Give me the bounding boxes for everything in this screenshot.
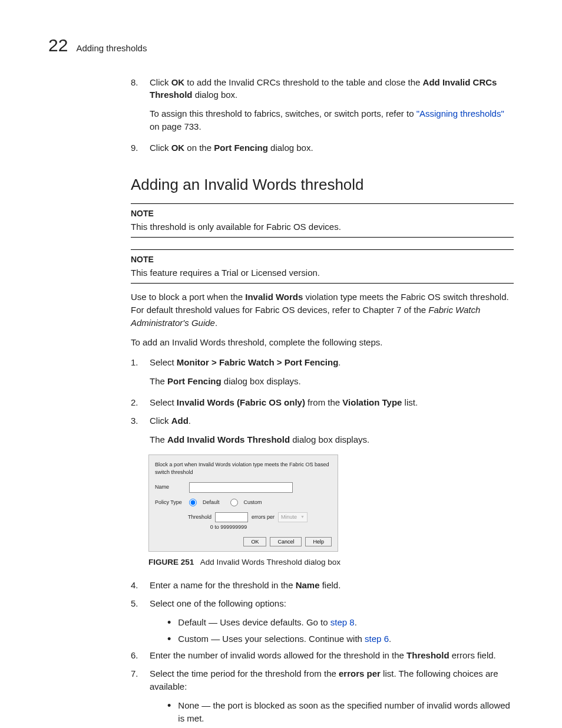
chevron-down-icon: ▼ (300, 514, 305, 520)
dialog-buttons: OK Cancel Help (155, 537, 332, 546)
select-value: Minute (281, 513, 297, 521)
step-5: 5. Select one of the following options: (131, 597, 514, 610)
bullet-icon: • (167, 634, 171, 645)
main-content: 8. Click OK to add the Invalid CRCs thre… (131, 76, 514, 729)
step-8: 8. Click OK to add the Invalid CRCs thre… (131, 76, 514, 102)
divider (131, 237, 514, 238)
step-number: 1. (131, 356, 144, 369)
bullet-none: • None — the port is blocked as soon as … (167, 699, 514, 725)
divider (131, 203, 514, 204)
section-heading: Adding an Invalid Words threshold (131, 174, 514, 196)
step-text: Select the time period for the threshold… (150, 667, 514, 693)
divider (131, 283, 514, 284)
step-1-subtext: The Port Fencing dialog box displays. (150, 375, 514, 388)
policy-type-label: Policy Type (155, 499, 184, 506)
step-8-link[interactable]: step 8 (330, 617, 355, 627)
step-3: 3. Click Add. (131, 414, 514, 427)
step-number: 6. (131, 649, 144, 662)
bullet-default: • Default — Uses device defaults. Go to … (167, 616, 514, 629)
policy-default-radio[interactable] (189, 499, 197, 506)
intro-paragraph-2: To add an Invalid Words threshold, compl… (131, 336, 514, 349)
step-1: 1. Select Monitor > Fabric Watch > Port … (131, 356, 514, 369)
bullet-icon: • (167, 700, 171, 725)
step-number: 8. (131, 76, 144, 102)
note-text: This feature requires a Trial or License… (131, 266, 514, 279)
default-option: Default (203, 499, 220, 506)
chapter-title: Adding thresholds (76, 42, 147, 55)
intro-paragraph: Use to block a port when the Invalid Wor… (131, 291, 514, 329)
figure-caption: FIGURE 251 Add Invalid Words Threshold d… (148, 556, 514, 568)
step-4: 4. Enter a name for the threshold in the… (131, 579, 514, 592)
bullet-custom: • Custom — Uses your selections. Continu… (167, 633, 514, 645)
cancel-button[interactable]: Cancel (270, 537, 302, 546)
step-3-subtext: The Add Invalid Words Threshold dialog b… (150, 433, 514, 446)
divider (131, 249, 514, 250)
policy-custom-radio[interactable] (230, 499, 238, 506)
step-text: Select Monitor > Fabric Watch > Port Fen… (150, 356, 341, 369)
step-text: Enter a name for the threshold in the Na… (150, 579, 340, 592)
bullet-text: None — the port is blocked as soon as th… (178, 699, 514, 725)
errors-per-select[interactable]: Minute ▼ (278, 512, 308, 522)
bullet-text: Default — Uses device defaults. Go to st… (178, 616, 357, 629)
errors-per-label: errors per (252, 513, 275, 521)
step-number: 9. (131, 141, 144, 154)
threshold-field[interactable] (215, 512, 248, 522)
step-number: 2. (131, 396, 144, 409)
assigning-thresholds-link[interactable]: "Assigning thresholds" (416, 108, 504, 118)
step-number: 4. (131, 579, 144, 592)
name-field[interactable] (189, 482, 293, 493)
name-label: Name (155, 483, 184, 491)
step-text: Select Invalid Words (Fabric OS only) fr… (150, 396, 418, 409)
step-9: 9. Click OK on the Port Fencing dialog b… (131, 141, 514, 154)
dialog-description: Block a port when Invalid Words violatio… (155, 461, 332, 476)
page-header: 22 Adding thresholds (48, 32, 514, 58)
help-button[interactable]: Help (305, 537, 332, 546)
bullet-icon: • (167, 617, 171, 629)
note-text: This threshold is only available for Fab… (131, 220, 514, 233)
step-text: Click OK to add the Invalid CRCs thresho… (150, 76, 514, 102)
threshold-label: Threshold (188, 513, 211, 521)
step-text: Click OK on the Port Fencing dialog box. (150, 141, 313, 154)
step-6: 6. Enter the number of invalid words all… (131, 649, 514, 662)
figure-text: Add Invalid Words Threshold dialog box (200, 558, 340, 566)
range-hint: 0 to 999999999 (202, 523, 255, 531)
step-text: Select one of the following options: (150, 597, 286, 610)
chapter-number: 22 (48, 32, 68, 58)
note-label: NOTE (131, 207, 514, 219)
step-number: 5. (131, 597, 144, 610)
threshold-row: Threshold errors per Minute ▼ (188, 512, 332, 522)
step-text: Click Add. (150, 414, 191, 427)
figure-label: FIGURE 251 (148, 558, 194, 566)
step-8-subtext: To assign this threshold to fabrics, swi… (150, 107, 514, 133)
step-text: Enter the number of invalid words allowe… (150, 649, 496, 662)
step-2: 2. Select Invalid Words (Fabric OS only)… (131, 396, 514, 409)
step-number: 3. (131, 414, 144, 427)
ok-button[interactable]: OK (243, 537, 266, 546)
step-6-link[interactable]: step 6 (365, 634, 389, 644)
add-invalid-words-threshold-dialog: Block a port when Invalid Words violatio… (148, 454, 338, 552)
name-row: Name (155, 482, 332, 493)
bullet-text: Custom — Uses your selections. Continue … (178, 633, 391, 645)
custom-option: Custom (244, 499, 262, 506)
step-number: 7. (131, 667, 144, 693)
policy-type-row: Policy Type Default Custom (155, 499, 332, 506)
note-label: NOTE (131, 253, 514, 265)
step-7: 7. Select the time period for the thresh… (131, 667, 514, 693)
